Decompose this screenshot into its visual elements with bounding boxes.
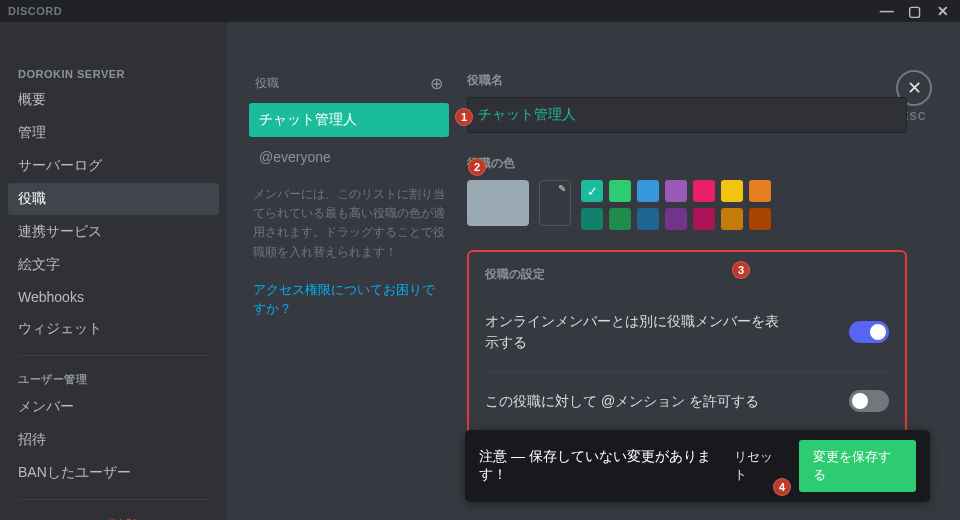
role-item-selected[interactable]: チャット管理人 <box>249 103 449 137</box>
sidebar-item-audit-log[interactable]: サーバーログ <box>8 150 219 182</box>
annotation-4: 4 <box>773 478 791 496</box>
role-item-everyone[interactable]: @everyone <box>249 143 449 179</box>
color-swatch[interactable] <box>581 208 603 230</box>
color-swatch[interactable] <box>665 208 687 230</box>
unsaved-changes-bar: 注意 ― 保存していない変更があります！ リセット 変更を保存する <box>465 430 930 502</box>
sidebar-item-members[interactable]: メンバー <box>8 391 219 423</box>
color-swatch[interactable] <box>665 180 687 202</box>
content: ✕ ESC 役職 ⊕ チャット管理人 @everyone メンバーには、このリス… <box>227 22 960 520</box>
role-color-label: 役職の色 <box>467 155 907 172</box>
setting-toggle-display-separately[interactable] <box>849 321 889 343</box>
role-color-row <box>467 180 907 230</box>
sidebar-item-bans[interactable]: BANしたユーザー <box>8 457 219 489</box>
sidebar-item-roles[interactable]: 役職 <box>8 183 219 215</box>
color-swatch[interactable] <box>609 180 631 202</box>
save-button[interactable]: 変更を保存する <box>799 440 916 492</box>
annotation-1: 1 <box>455 108 473 126</box>
close-window-icon[interactable]: ✕ <box>930 2 956 20</box>
color-swatch[interactable] <box>721 208 743 230</box>
app-brand: DISCORD <box>8 5 62 17</box>
sidebar-item-moderation[interactable]: 管理 <box>8 117 219 149</box>
color-swatch[interactable] <box>637 180 659 202</box>
color-swatch[interactable] <box>749 208 771 230</box>
unsaved-actions: リセット 変更を保存する <box>734 440 916 492</box>
color-swatch[interactable] <box>693 208 715 230</box>
role-settings-title: 役職の設定 <box>485 266 889 283</box>
setting-toggle-allow-mention[interactable] <box>849 390 889 412</box>
setting-label: オンラインメンバーとは別に役職メンバーを表示する <box>485 311 785 353</box>
setting-allow-mention: この役職に対して @メンション を許可する <box>485 371 889 430</box>
titlebar: DISCORD — ▢ ✕ <box>0 0 960 22</box>
sidebar-divider-2 <box>18 499 209 500</box>
role-color-preview[interactable] <box>467 180 529 226</box>
roles-help-link[interactable]: アクセス権限についてお困りですか？ <box>249 276 449 323</box>
custom-color-picker[interactable] <box>539 180 571 226</box>
setting-label: この役職に対して @メンション を許可する <box>485 391 759 412</box>
color-swatch[interactable] <box>721 180 743 202</box>
color-swatch[interactable] <box>637 208 659 230</box>
sidebar-item-integrations[interactable]: 連携サービス <box>8 216 219 248</box>
minimize-icon[interactable]: — <box>874 2 900 20</box>
roles-list-title: 役職 <box>255 75 279 92</box>
sidebar-item-emoji[interactable]: 絵文字 <box>8 249 219 281</box>
color-swatch[interactable] <box>749 180 771 202</box>
setting-display-separately: オンラインメンバーとは別に役職メンバーを表示する <box>485 301 889 371</box>
role-name-label: 役職名 <box>467 72 907 89</box>
maximize-icon[interactable]: ▢ <box>902 2 928 20</box>
sidebar-delete-server[interactable]: サ バ を削除 <box>8 510 219 520</box>
sidebar: DOROKIN SERVER 概要 管理 サーバーログ 役職 連携サービス 絵文… <box>0 22 227 520</box>
color-swatch[interactable] <box>693 180 715 202</box>
main: DOROKIN SERVER 概要 管理 サーバーログ 役職 連携サービス 絵文… <box>0 22 960 520</box>
sidebar-item-widget[interactable]: ウィジェット <box>8 313 219 345</box>
roles-list-column: 役職 ⊕ チャット管理人 @everyone メンバーには、このリストに割り当て… <box>249 70 449 520</box>
sidebar-item-overview[interactable]: 概要 <box>8 84 219 116</box>
roles-description: メンバーには、このリストに割り当てられている最も高い役職の色が適用されます。ドラ… <box>249 179 449 276</box>
color-swatch[interactable] <box>581 180 603 202</box>
unsaved-msg: 注意 ― 保存していない変更があります！ <box>479 448 734 484</box>
annotation-3: 3 <box>732 261 750 279</box>
sidebar-item-webhooks[interactable]: Webhooks <box>8 282 219 312</box>
annotation-2: 2 <box>468 158 486 176</box>
roles-list-header: 役職 ⊕ <box>249 70 449 103</box>
sidebar-user-header: ユーザー管理 <box>8 366 219 391</box>
color-swatch-grid <box>581 180 827 230</box>
sidebar-server-header: DOROKIN SERVER <box>8 62 219 84</box>
role-name-input[interactable] <box>467 97 907 133</box>
add-role-icon[interactable]: ⊕ <box>430 74 443 93</box>
color-swatch[interactable] <box>609 208 631 230</box>
sidebar-divider <box>18 355 209 356</box>
window-controls: — ▢ ✕ <box>874 2 956 20</box>
sidebar-item-invites[interactable]: 招待 <box>8 424 219 456</box>
